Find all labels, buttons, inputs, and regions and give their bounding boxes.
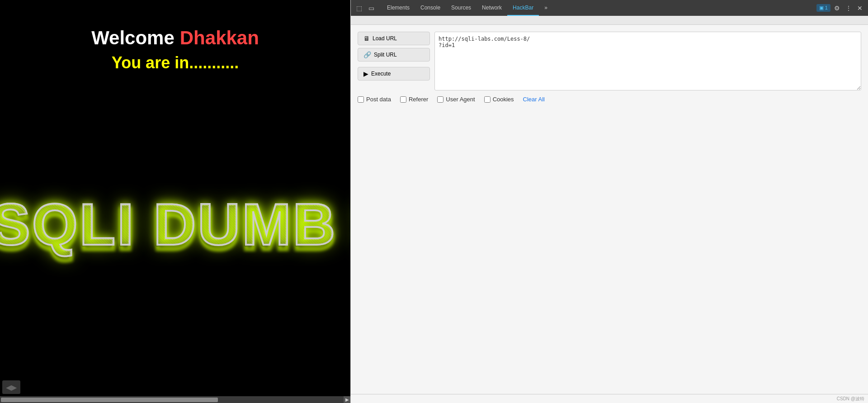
devtools-right-icons: ▣ 1 ⚙ ⋮ ✕ xyxy=(816,3,864,14)
load-url-icon: 🖥 xyxy=(363,35,370,42)
hackbar-options: Post data Referer User Agent Cookies Cle… xyxy=(358,96,861,103)
tab-network[interactable]: Network xyxy=(476,0,507,16)
tab-elements[interactable]: Elements xyxy=(382,0,415,16)
tab-hackbar[interactable]: HackBar xyxy=(507,0,539,16)
referer-group: Referer xyxy=(400,96,428,103)
devtools-counter-badge: ▣ 1 xyxy=(816,4,830,12)
execute-label: Execute xyxy=(371,71,391,77)
cursor-icon[interactable]: ⬚ xyxy=(354,3,364,14)
subtitle: You are in........... xyxy=(112,53,239,72)
user-agent-checkbox[interactable] xyxy=(437,96,443,103)
scrollbar-right-arrow[interactable]: ▶ xyxy=(344,396,350,403)
cookies-checkbox[interactable] xyxy=(484,96,491,103)
execute-icon: ▶ xyxy=(363,70,368,77)
post-data-checkbox[interactable] xyxy=(358,96,364,103)
url-textarea[interactable]: http://sqli-labs.com/Less-8/ ?id=1 xyxy=(434,32,861,90)
devtools-panel: ⬚ ▭ Elements Console Sources Network Hac… xyxy=(350,0,868,403)
tab-sources[interactable]: Sources xyxy=(446,0,476,16)
webpage-scrollbar[interactable]: ▶ xyxy=(0,396,350,403)
post-data-label[interactable]: Post data xyxy=(366,96,391,103)
close-icon[interactable]: ✕ xyxy=(855,3,864,14)
main-layout: Welcome Dhakkan You are in........... SQ… xyxy=(0,0,868,403)
devtools-statusbar: CSDN @波特 xyxy=(351,394,868,403)
csdn-watermark: CSDN @波特 xyxy=(837,396,864,402)
more-icon[interactable]: ⋮ xyxy=(844,3,854,14)
sqli-title: SQLI DUMB S xyxy=(0,190,350,258)
tab-more[interactable]: » xyxy=(539,0,553,16)
hackbar-top-strip xyxy=(351,16,868,25)
hackbar-content: 🖥 Load URL 🔗 Split URL ▶ Execute http://… xyxy=(351,16,868,394)
welcome-label: Welcome xyxy=(91,27,175,49)
cookies-group: Cookies xyxy=(484,96,514,103)
referer-label[interactable]: Referer xyxy=(409,96,428,103)
load-url-label: Load URL xyxy=(373,35,397,42)
responsive-icon[interactable]: ▭ xyxy=(367,3,376,14)
post-data-group: Post data xyxy=(358,96,391,103)
user-agent-label[interactable]: User Agent xyxy=(446,96,475,103)
user-name: Dhakkan xyxy=(180,27,259,49)
referer-checkbox[interactable] xyxy=(400,96,406,103)
welcome-line: Welcome Dhakkan xyxy=(91,27,259,49)
clear-all-button[interactable]: Clear All xyxy=(523,96,545,103)
tab-console[interactable]: Console xyxy=(415,0,446,16)
devtools-icons-left: ⬚ ▭ xyxy=(354,3,376,14)
split-url-button[interactable]: 🔗 Split URL xyxy=(358,48,430,62)
settings-icon[interactable]: ⚙ xyxy=(832,3,842,14)
split-url-label: Split URL xyxy=(374,52,397,58)
webpage-panel: Welcome Dhakkan You are in........... SQ… xyxy=(0,0,350,403)
cookies-label[interactable]: Cookies xyxy=(493,96,514,103)
devtools-tabs: Elements Console Sources Network HackBar… xyxy=(382,0,815,16)
webpage-content: Welcome Dhakkan You are in........... xyxy=(0,0,350,72)
scrollbar-thumb[interactable] xyxy=(1,398,218,402)
hackbar-main-row: 🖥 Load URL 🔗 Split URL ▶ Execute http://… xyxy=(358,32,861,90)
bottom-left-icon: ◀▶ xyxy=(2,380,20,394)
hackbar-buttons: 🖥 Load URL 🔗 Split URL ▶ Execute xyxy=(358,32,430,81)
user-agent-group: User Agent xyxy=(437,96,475,103)
execute-button[interactable]: ▶ Execute xyxy=(358,67,430,81)
split-url-icon: 🔗 xyxy=(363,51,371,58)
load-url-button[interactable]: 🖥 Load URL xyxy=(358,32,430,45)
devtools-topbar: ⬚ ▭ Elements Console Sources Network Hac… xyxy=(351,0,868,16)
